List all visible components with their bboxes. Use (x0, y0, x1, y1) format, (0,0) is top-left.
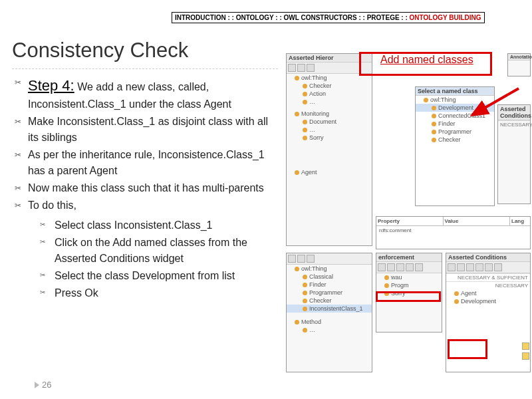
tree-item[interactable]: Document (287, 118, 372, 126)
step-label: Step 4: (28, 77, 74, 94)
tool-button[interactable] (297, 255, 305, 263)
tree-item[interactable]: … (287, 126, 372, 134)
bullet-text: To do this, (28, 198, 281, 213)
tree-item[interactable]: Sorry (287, 134, 372, 142)
lower-conditions-panel: Asserted Conditions NECESSARY & SUFFICIE… (446, 253, 531, 372)
class-icon (303, 299, 307, 303)
list-item[interactable]: Sorry (376, 289, 442, 297)
tool-button[interactable] (307, 64, 315, 72)
title-divider (12, 68, 278, 69)
toolbar (376, 262, 442, 273)
tool-button[interactable] (288, 64, 296, 72)
sub-bullet-text: Select class Inconsistent.Class_1 (55, 217, 281, 233)
page-title: Consistency Check (12, 39, 188, 63)
class-icon (303, 291, 307, 295)
info-icon[interactable] (522, 342, 529, 350)
panel-header: Asserted Conditions (446, 253, 530, 262)
tool-button[interactable] (307, 255, 315, 263)
condition-label: NECESSARY (446, 281, 530, 289)
page-number: 26 (35, 380, 51, 390)
svg-line-0 (472, 88, 519, 115)
class-icon (295, 170, 299, 175)
tree-item[interactable]: Agent (287, 168, 372, 176)
bullet-marker: ✂ (15, 180, 28, 196)
tree-item[interactable]: Finder (287, 281, 372, 289)
tool-button[interactable] (288, 255, 296, 263)
tree-item-selected[interactable]: InconsistentClass_1 (287, 305, 372, 313)
content-bullets: ✂ Step 4: We add a new class, called, In… (15, 74, 281, 303)
asserted-hierarchy-panel: Asserted Hieror owl:Thing Checker Action… (286, 53, 372, 246)
class-icon (384, 291, 389, 296)
tool-button[interactable] (475, 263, 483, 271)
bullet-marker: ✂ (40, 217, 55, 233)
page-number-text: 26 (42, 380, 51, 390)
class-icon (303, 128, 307, 132)
lower-hierarchy-panel: owl:Thing Classical Finder Programmer Ch… (286, 253, 372, 372)
class-icon (295, 112, 299, 116)
tool-button[interactable] (297, 64, 305, 72)
class-icon (454, 299, 459, 304)
class-icon (303, 136, 307, 140)
bullet-marker: ✂ (15, 147, 28, 179)
panel-header: Annotations (508, 54, 530, 61)
bullet-marker: ✂ (15, 198, 28, 213)
sub-bullet-text: Click on the Add named classes from the … (55, 235, 281, 267)
breadcrumb: INTRODUCTION : : ONTOLOGY : : OWL CONSTR… (172, 12, 485, 23)
step-line: Step 4: We add a new class, called, Inco… (28, 74, 281, 112)
tree-item[interactable]: Checker (287, 297, 372, 305)
bullet-marker: ✂ (40, 268, 55, 284)
class-icon (454, 291, 459, 296)
annotation-label: Add named classes (380, 53, 473, 67)
class-icon (303, 100, 307, 104)
annotations-panel: Annotations (507, 53, 531, 76)
condition-item[interactable]: Agent (446, 289, 530, 297)
condition-item[interactable]: Development (446, 297, 530, 305)
tree-item[interactable]: Action (287, 90, 372, 98)
tool-button[interactable] (448, 263, 456, 271)
class-icon (432, 138, 436, 142)
class-icon (432, 114, 436, 118)
page-arrow-icon (35, 382, 39, 388)
table-row[interactable]: rdfs:comment (376, 226, 530, 235)
tool-button[interactable] (485, 263, 493, 271)
bullet-marker: ✂ (40, 235, 55, 267)
info-icon[interactable] (522, 352, 529, 360)
tree-item[interactable]: Checker (416, 136, 494, 144)
tree-item[interactable]: owl:Thing (287, 74, 372, 82)
tool-button[interactable] (457, 263, 465, 271)
tree-item[interactable]: Checker (287, 82, 372, 90)
tool-button[interactable] (387, 263, 395, 271)
list-item[interactable]: wau (376, 273, 442, 281)
class-icon (303, 84, 307, 88)
tree-item[interactable]: Programmer (287, 289, 372, 297)
tool-button[interactable] (378, 263, 386, 271)
tree-item[interactable]: Classical (287, 273, 372, 281)
sub-bullets: ✂ Select class Inconsistent.Class_1 ✂ Cl… (40, 217, 281, 301)
class-icon (295, 267, 299, 271)
tree-item[interactable]: Monitoring (287, 110, 372, 118)
tree-item[interactable]: Programmer (416, 128, 494, 136)
tree-item[interactable]: owl:Thing (287, 265, 372, 273)
tree-item[interactable]: … (287, 98, 372, 106)
class-icon (303, 275, 307, 279)
class-icon (303, 328, 307, 332)
tool-button[interactable] (406, 263, 414, 271)
class-icon (384, 275, 389, 280)
tool-button[interactable] (466, 263, 474, 271)
sub-bullet-text: Press Ok (55, 285, 281, 301)
panel-header: Asserted Hieror (287, 54, 372, 63)
tool-button[interactable] (494, 263, 502, 271)
tree-item[interactable]: Method (287, 318, 372, 326)
tree-item[interactable]: … (287, 326, 372, 334)
class-icon (432, 130, 436, 134)
bullet-text: Inconsistent.Class_1 under the class Age… (28, 96, 281, 112)
class-icon (303, 92, 307, 96)
bullet-text: Now make this class such that it has mul… (28, 180, 281, 196)
tool-button[interactable] (415, 263, 423, 271)
bullet-marker: ✂ (15, 114, 28, 146)
list-item[interactable]: Progm (376, 281, 442, 289)
col-header: Lang (510, 217, 530, 225)
tool-button[interactable] (396, 263, 404, 271)
class-icon (295, 76, 299, 80)
bullet-marker: ✂ (15, 74, 28, 112)
